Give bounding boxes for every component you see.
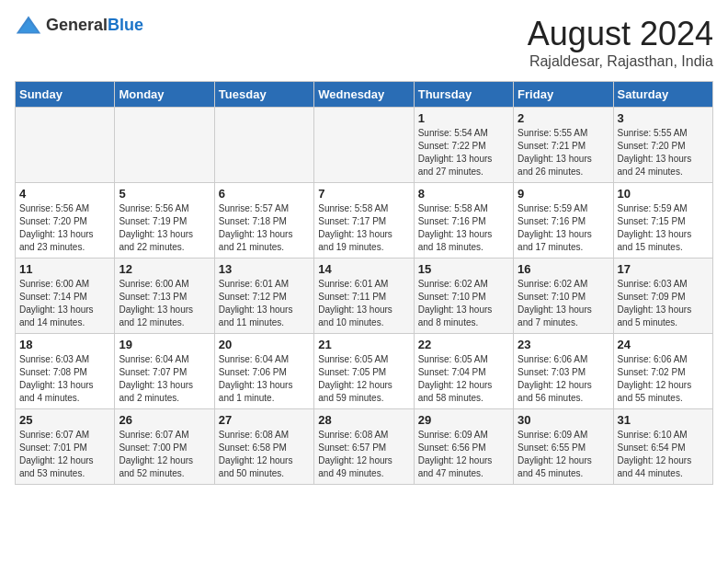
- day-number: 10: [618, 187, 709, 201]
- day-number: 4: [19, 187, 110, 201]
- day-number: 3: [618, 111, 709, 125]
- day-info: Sunrise: 6:10 AM Sunset: 6:54 PM Dayligh…: [618, 429, 709, 480]
- calendar-cell: 20Sunrise: 6:04 AM Sunset: 7:06 PM Dayli…: [214, 334, 313, 409]
- day-number: 22: [418, 338, 509, 351]
- day-number: 8: [418, 187, 509, 201]
- weekday-header: Monday: [115, 82, 214, 108]
- location: Rajaldesar, Rajasthan, India: [528, 53, 713, 70]
- calendar-cell: 15Sunrise: 6:02 AM Sunset: 7:10 PM Dayli…: [414, 259, 513, 334]
- day-number: 27: [219, 413, 310, 427]
- calendar-cell: 8Sunrise: 5:58 AM Sunset: 7:16 PM Daylig…: [414, 183, 513, 259]
- day-info: Sunrise: 6:00 AM Sunset: 7:13 PM Dayligh…: [119, 278, 210, 329]
- day-info: Sunrise: 5:58 AM Sunset: 7:16 PM Dayligh…: [418, 202, 509, 254]
- day-number: 20: [219, 338, 310, 351]
- day-info: Sunrise: 6:05 AM Sunset: 7:05 PM Dayligh…: [318, 353, 409, 405]
- calendar-cell: [314, 108, 414, 183]
- calendar-cell: 4Sunrise: 5:56 AM Sunset: 7:20 PM Daylig…: [16, 183, 115, 259]
- calendar-cell: 18Sunrise: 6:03 AM Sunset: 7:08 PM Dayli…: [16, 334, 115, 409]
- calendar-week-row: 25Sunrise: 6:07 AM Sunset: 7:01 PM Dayli…: [16, 409, 713, 485]
- day-number: 16: [518, 262, 609, 276]
- calendar-cell: 14Sunrise: 6:01 AM Sunset: 7:11 PM Dayli…: [314, 259, 414, 334]
- day-number: 9: [518, 187, 609, 201]
- calendar-cell: [214, 108, 313, 183]
- day-info: Sunrise: 5:56 AM Sunset: 7:20 PM Dayligh…: [19, 202, 110, 254]
- day-number: 24: [618, 338, 709, 351]
- calendar-cell: 13Sunrise: 6:01 AM Sunset: 7:12 PM Dayli…: [214, 259, 313, 334]
- weekday-header: Friday: [514, 82, 613, 108]
- day-number: 12: [119, 262, 210, 276]
- weekday-header: Wednesday: [314, 82, 414, 108]
- day-number: 21: [318, 338, 409, 351]
- calendar-week-row: 18Sunrise: 6:03 AM Sunset: 7:08 PM Dayli…: [16, 334, 713, 409]
- day-number: 2: [518, 111, 609, 125]
- calendar-cell: 5Sunrise: 5:56 AM Sunset: 7:19 PM Daylig…: [115, 183, 214, 259]
- calendar-cell: 17Sunrise: 6:03 AM Sunset: 7:09 PM Dayli…: [613, 259, 712, 334]
- calendar-cell: 24Sunrise: 6:06 AM Sunset: 7:02 PM Dayli…: [613, 334, 712, 409]
- weekday-header: Thursday: [414, 82, 513, 108]
- calendar-cell: 25Sunrise: 6:07 AM Sunset: 7:01 PM Dayli…: [16, 409, 115, 485]
- month-year: August 2024: [528, 15, 713, 53]
- day-info: Sunrise: 6:09 AM Sunset: 6:56 PM Dayligh…: [418, 429, 509, 480]
- day-info: Sunrise: 5:59 AM Sunset: 7:15 PM Dayligh…: [618, 202, 709, 254]
- day-info: Sunrise: 6:07 AM Sunset: 7:00 PM Dayligh…: [119, 429, 210, 480]
- day-info: Sunrise: 6:03 AM Sunset: 7:09 PM Dayligh…: [618, 278, 709, 329]
- day-info: Sunrise: 6:02 AM Sunset: 7:10 PM Dayligh…: [418, 278, 509, 329]
- day-number: 28: [318, 413, 409, 427]
- calendar-cell: 28Sunrise: 6:08 AM Sunset: 6:57 PM Dayli…: [314, 409, 414, 485]
- day-info: Sunrise: 6:07 AM Sunset: 7:01 PM Dayligh…: [19, 429, 110, 480]
- calendar-cell: 11Sunrise: 6:00 AM Sunset: 7:14 PM Dayli…: [16, 259, 115, 334]
- weekday-header: Sunday: [16, 82, 115, 108]
- day-number: 13: [219, 262, 310, 276]
- title-area: August 2024 Rajaldesar, Rajasthan, India: [528, 15, 713, 70]
- day-info: Sunrise: 6:08 AM Sunset: 6:58 PM Dayligh…: [219, 429, 310, 480]
- calendar-cell: 9Sunrise: 5:59 AM Sunset: 7:16 PM Daylig…: [514, 183, 613, 259]
- calendar-cell: 1Sunrise: 5:54 AM Sunset: 7:22 PM Daylig…: [414, 108, 513, 183]
- calendar-cell: 29Sunrise: 6:09 AM Sunset: 6:56 PM Dayli…: [414, 409, 513, 485]
- logo-blue: Blue: [108, 16, 143, 34]
- day-number: 31: [618, 413, 709, 427]
- day-number: 29: [418, 413, 509, 427]
- day-number: 23: [518, 338, 609, 351]
- calendar-cell: 2Sunrise: 5:55 AM Sunset: 7:21 PM Daylig…: [514, 108, 613, 183]
- day-number: 11: [19, 262, 110, 276]
- day-number: 17: [618, 262, 709, 276]
- calendar-cell: 27Sunrise: 6:08 AM Sunset: 6:58 PM Dayli…: [214, 409, 313, 485]
- day-number: 30: [518, 413, 609, 427]
- day-info: Sunrise: 6:00 AM Sunset: 7:14 PM Dayligh…: [19, 278, 110, 329]
- day-info: Sunrise: 5:55 AM Sunset: 7:21 PM Dayligh…: [518, 127, 609, 178]
- day-number: 7: [318, 187, 409, 201]
- weekday-header: Tuesday: [214, 82, 313, 108]
- calendar-table: SundayMondayTuesdayWednesdayThursdayFrid…: [15, 81, 713, 485]
- calendar-cell: 6Sunrise: 5:57 AM Sunset: 7:18 PM Daylig…: [214, 183, 313, 259]
- day-info: Sunrise: 5:58 AM Sunset: 7:17 PM Dayligh…: [318, 202, 409, 254]
- day-number: 14: [318, 262, 409, 276]
- day-info: Sunrise: 6:01 AM Sunset: 7:11 PM Dayligh…: [318, 278, 409, 329]
- calendar-cell: 19Sunrise: 6:04 AM Sunset: 7:07 PM Dayli…: [115, 334, 214, 409]
- day-info: Sunrise: 6:08 AM Sunset: 6:57 PM Dayligh…: [318, 429, 409, 480]
- calendar-cell: 10Sunrise: 5:59 AM Sunset: 7:15 PM Dayli…: [613, 183, 712, 259]
- day-info: Sunrise: 6:02 AM Sunset: 7:10 PM Dayligh…: [518, 278, 609, 329]
- weekday-header-row: SundayMondayTuesdayWednesdayThursdayFrid…: [16, 82, 713, 108]
- weekday-header: Saturday: [613, 82, 712, 108]
- calendar-cell: [16, 108, 115, 183]
- day-info: Sunrise: 6:03 AM Sunset: 7:08 PM Dayligh…: [19, 353, 110, 405]
- day-info: Sunrise: 5:54 AM Sunset: 7:22 PM Dayligh…: [418, 127, 509, 178]
- calendar-cell: 31Sunrise: 6:10 AM Sunset: 6:54 PM Dayli…: [613, 409, 712, 485]
- day-info: Sunrise: 5:56 AM Sunset: 7:19 PM Dayligh…: [119, 202, 210, 254]
- day-info: Sunrise: 6:06 AM Sunset: 7:03 PM Dayligh…: [518, 353, 609, 405]
- day-info: Sunrise: 6:05 AM Sunset: 7:04 PM Dayligh…: [418, 353, 509, 405]
- day-number: 5: [119, 187, 210, 201]
- calendar-week-row: 11Sunrise: 6:00 AM Sunset: 7:14 PM Dayli…: [16, 259, 713, 334]
- day-number: 1: [418, 111, 509, 125]
- day-number: 26: [119, 413, 210, 427]
- calendar-cell: 16Sunrise: 6:02 AM Sunset: 7:10 PM Dayli…: [514, 259, 613, 334]
- day-info: Sunrise: 6:09 AM Sunset: 6:55 PM Dayligh…: [518, 429, 609, 480]
- calendar-cell: 21Sunrise: 6:05 AM Sunset: 7:05 PM Dayli…: [314, 334, 414, 409]
- day-number: 18: [19, 338, 110, 351]
- day-info: Sunrise: 5:55 AM Sunset: 7:20 PM Dayligh…: [618, 127, 709, 178]
- calendar-cell: 23Sunrise: 6:06 AM Sunset: 7:03 PM Dayli…: [514, 334, 613, 409]
- day-info: Sunrise: 6:01 AM Sunset: 7:12 PM Dayligh…: [219, 278, 310, 329]
- calendar-cell: 22Sunrise: 6:05 AM Sunset: 7:04 PM Dayli…: [414, 334, 513, 409]
- day-number: 19: [119, 338, 210, 351]
- calendar-cell: 12Sunrise: 6:00 AM Sunset: 7:13 PM Dayli…: [115, 259, 214, 334]
